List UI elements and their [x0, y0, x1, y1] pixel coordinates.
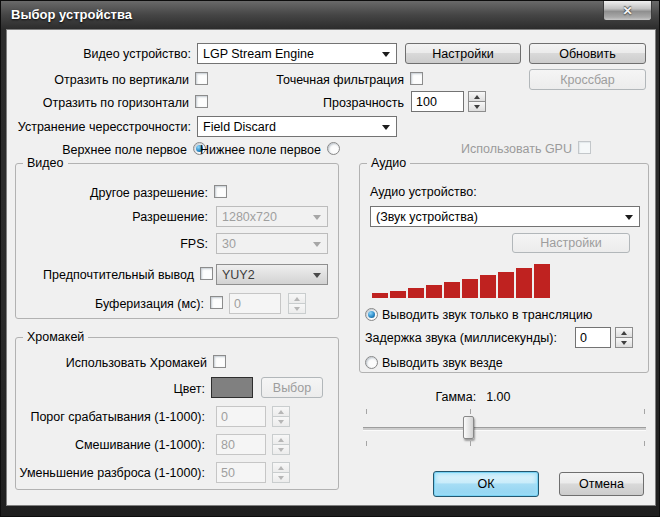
fps-combobox[interactable]: 30: [216, 233, 328, 254]
chroma-color-label: Цвет:: [174, 382, 205, 397]
resolution-combobox[interactable]: 1280x720: [216, 206, 328, 227]
chevron-down-icon: [625, 215, 633, 220]
preferred-output-checkbox[interactable]: [200, 267, 213, 280]
top-field-label: Верхнее поле первое: [62, 143, 187, 158]
spin-down-button[interactable]: [272, 445, 290, 455]
stream-only-radio[interactable]: [365, 308, 378, 321]
chroma-spill-input[interactable]: 50: [216, 462, 266, 483]
chroma-spill-spinner[interactable]: [272, 462, 290, 483]
everywhere-label: Выводить звук везде: [382, 356, 503, 371]
chevron-down-icon: [313, 215, 321, 220]
meter-bar: [444, 282, 460, 298]
bottom-field-label: Нижнее поле первое: [200, 143, 321, 158]
audio-level-meter: [372, 264, 550, 298]
preferred-output-value: YUY2: [222, 268, 255, 282]
spin-down-button[interactable]: [288, 304, 306, 314]
buffering-label: Буферизация (мс):: [95, 297, 204, 312]
arrow-up-icon: [278, 410, 284, 414]
buffering-checkbox[interactable]: [210, 296, 223, 309]
gamma-slider-thumb[interactable]: [463, 416, 474, 439]
video-device-value: LGP Stream Engine: [203, 47, 314, 61]
gamma-value: 1.00: [486, 390, 510, 404]
preferred-output-combobox[interactable]: YUY2: [216, 264, 328, 285]
fps-label: FPS:: [180, 237, 208, 252]
deinterlace-combobox[interactable]: Field Discard: [197, 116, 397, 137]
buffering-input[interactable]: 0: [229, 293, 281, 314]
chevron-down-icon: [313, 242, 321, 247]
spin-down-button[interactable]: [468, 102, 486, 112]
chevron-down-icon: [382, 52, 390, 57]
chroma-key-group: Хромакей Использовать Хромакей Цвет: Выб…: [15, 337, 339, 490]
use-gpu-checkbox[interactable]: [578, 141, 591, 154]
use-chroma-checkbox[interactable]: [213, 355, 226, 368]
slider-tick: [470, 409, 471, 414]
opacity-spinner[interactable]: [468, 91, 486, 112]
close-button[interactable]: ✕: [603, 1, 652, 21]
ok-button[interactable]: ОК: [433, 471, 539, 497]
chroma-blend-spinner[interactable]: [272, 434, 290, 455]
spin-up-button[interactable]: [272, 462, 290, 473]
flip-vertical-checkbox[interactable]: [195, 72, 208, 85]
flip-horizontal-checkbox[interactable]: [195, 95, 208, 108]
everywhere-radio[interactable]: [365, 356, 378, 369]
slider-tick: [644, 441, 645, 446]
audio-settings-button[interactable]: Настройки: [512, 233, 630, 253]
opacity-label: Прозрачность: [323, 96, 404, 111]
custom-resolution-checkbox[interactable]: [214, 185, 227, 198]
spin-up-button[interactable]: [272, 434, 290, 445]
spin-up-button[interactable]: [272, 406, 290, 417]
meter-bar: [462, 279, 478, 298]
point-filter-checkbox[interactable]: [410, 72, 423, 85]
title-bar[interactable]: Выбор устройства: [1, 1, 660, 29]
audio-group-title: Аудио: [367, 156, 410, 170]
use-gpu-label: Использовать GPU: [461, 142, 572, 157]
video-group: Видео Другое разрешение: Разрешение: 128…: [15, 163, 339, 319]
meter-bar: [408, 288, 424, 298]
audio-device-value: (Звук устройства): [376, 210, 478, 224]
chroma-blend-input[interactable]: 80: [216, 434, 266, 455]
bottom-field-radio[interactable]: [327, 142, 340, 155]
buffering-spinner[interactable]: [288, 293, 306, 314]
video-device-combobox[interactable]: LGP Stream Engine: [197, 43, 397, 64]
chroma-blend-label: Смешивание (1-1000):: [75, 438, 205, 453]
spin-down-button[interactable]: [615, 338, 633, 348]
audio-group: Аудио Аудио устройство: (Звук устройства…: [359, 163, 649, 373]
meter-bar: [534, 264, 550, 298]
preferred-output-label: Предпочтительный вывод: [43, 268, 194, 283]
slider-tick: [366, 409, 367, 414]
spin-up-button[interactable]: [468, 91, 486, 102]
spin-up-button[interactable]: [288, 293, 306, 304]
opacity-input[interactable]: 100: [411, 91, 464, 112]
audio-delay-spinner[interactable]: [615, 327, 633, 348]
chroma-spill-label: Уменьшение разброса (1-1000):: [20, 466, 205, 481]
spin-down-button[interactable]: [272, 417, 290, 427]
meter-bar: [390, 291, 406, 298]
arrow-down-icon: [278, 476, 284, 480]
device-selection-dialog: Выбор устройства ✕ Видео устройство: LGP…: [0, 0, 660, 517]
arrow-down-icon: [474, 105, 480, 109]
audio-delay-input[interactable]: 0: [575, 327, 611, 348]
flip-horizontal-label: Отразить по горизонтали: [43, 96, 189, 111]
gamma-label: Гамма:1.00: [373, 390, 573, 404]
video-settings-button[interactable]: Настройки: [405, 43, 521, 64]
arrow-down-icon: [294, 307, 300, 311]
spin-up-button[interactable]: [615, 327, 633, 338]
close-icon: ✕: [622, 4, 632, 18]
crossbar-button[interactable]: Кроссбар: [529, 69, 646, 90]
arrow-down-icon: [278, 420, 284, 424]
audio-device-label: Аудио устройство:: [370, 185, 477, 200]
use-chroma-label: Использовать Хромакей: [66, 356, 207, 371]
point-filter-label: Точечная фильтрация: [276, 73, 404, 88]
spin-down-button[interactable]: [272, 473, 290, 483]
refresh-button[interactable]: Обновить: [529, 43, 646, 64]
chroma-color-choose-button[interactable]: Выбор: [261, 377, 323, 398]
audio-device-combobox[interactable]: (Звук устройства): [370, 206, 640, 227]
deinterlace-value: Field Discard: [203, 120, 276, 134]
chroma-threshold-input[interactable]: 0: [216, 406, 266, 427]
cancel-button[interactable]: Отмена: [559, 472, 644, 496]
chroma-threshold-spinner[interactable]: [272, 406, 290, 427]
chroma-threshold-label: Порог срабатывания (1-1000):: [30, 410, 205, 425]
arrow-up-icon: [294, 297, 300, 301]
deinterlace-label: Устранение чересстрочности:: [18, 120, 191, 135]
gamma-slider-track[interactable]: [363, 427, 646, 430]
